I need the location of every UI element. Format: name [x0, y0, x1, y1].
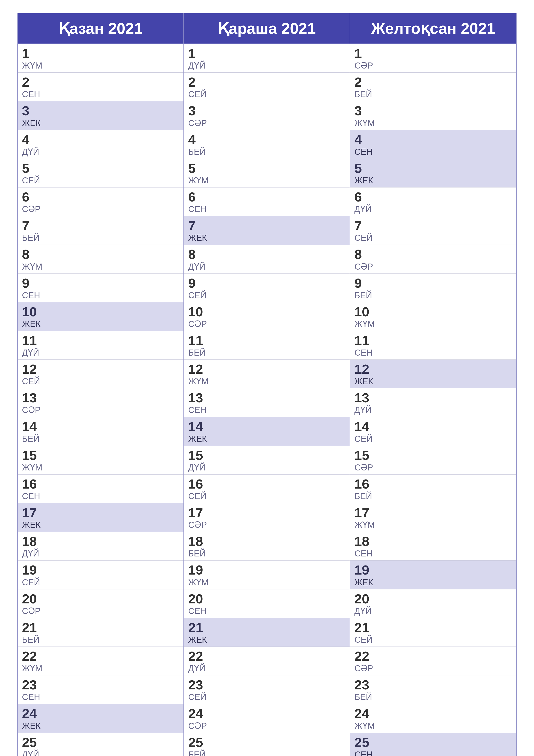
day-row: 19СЕЙ	[18, 560, 184, 589]
day-row: 11БЕЙ	[184, 331, 350, 360]
day-row: 15ЖҮМ	[18, 446, 184, 474]
day-name: СЕЙ	[188, 692, 345, 702]
day-row: 6СӘР	[18, 187, 184, 216]
day-name: ДҮЙ	[22, 750, 179, 756]
day-number: 12	[188, 362, 345, 376]
day-number: 7	[22, 218, 179, 233]
day-name: ДҮЙ	[188, 463, 345, 472]
day-name: БЕЙ	[188, 348, 345, 357]
day-number: 6	[188, 190, 345, 204]
day-name: ЖҮМ	[22, 463, 179, 472]
day-number: 23	[188, 678, 345, 692]
day-number: 22	[22, 649, 179, 663]
day-row: 7СЕЙ	[350, 216, 516, 245]
day-number: 21	[188, 620, 345, 635]
day-name: ЖЕК	[188, 635, 345, 644]
day-number: 5	[354, 161, 512, 176]
month-header-december: Желтоқсан 2021	[350, 14, 516, 44]
day-number: 16	[22, 477, 179, 491]
day-number: 18	[22, 534, 179, 549]
day-number: 1	[188, 46, 345, 61]
day-number: 4	[188, 132, 345, 147]
day-name: ДҮЙ	[188, 61, 345, 70]
day-number: 25	[354, 735, 512, 750]
day-name: СӘР	[22, 405, 179, 415]
day-number: 17	[354, 505, 512, 520]
day-name: ЖЕК	[354, 176, 512, 185]
day-row: 3ЖҮМ	[350, 101, 516, 130]
day-name: СӘР	[188, 118, 345, 128]
day-name: ЖЕК	[22, 721, 179, 731]
day-name: БЕЙ	[354, 90, 512, 99]
day-number: 9	[354, 276, 512, 290]
day-row: 24СӘР	[184, 704, 350, 733]
day-number: 20	[354, 592, 512, 606]
day-name: СЕЙ	[188, 290, 345, 300]
day-row: 3ЖЕК	[18, 101, 184, 130]
day-name: ЖҮМ	[188, 376, 345, 386]
day-row: 1ДҮЙ	[184, 44, 350, 73]
day-name: СЕЙ	[22, 578, 179, 587]
day-number: 6	[22, 190, 179, 204]
day-name: ДҮЙ	[354, 204, 512, 214]
day-name: ЖЕК	[354, 376, 512, 386]
day-name: БЕЙ	[188, 147, 345, 156]
day-row: 24ЖҮМ	[350, 704, 516, 733]
day-number: 2	[188, 75, 345, 90]
day-row: 20СЕН	[184, 589, 350, 618]
day-name: БЕЙ	[188, 750, 345, 756]
day-row: 10СӘР	[184, 302, 350, 331]
day-row: 14БЕЙ	[18, 417, 184, 446]
day-name: СӘР	[354, 61, 512, 70]
day-row: 7ЖЕК	[184, 216, 350, 245]
day-number: 6	[354, 190, 512, 204]
day-name: БЕЙ	[22, 434, 179, 444]
day-number: 11	[188, 333, 345, 348]
day-name: ЖЕК	[188, 434, 345, 444]
month-col-october: Қазан 20211ЖҮМ2СЕН3ЖЕК4ДҮЙ5СЕЙ6СӘР7БЕЙ8Ж…	[18, 14, 184, 756]
day-row: 24ЖЕК	[18, 704, 184, 733]
day-number: 23	[354, 678, 512, 692]
month-header-november: Қараша 2021	[184, 14, 350, 44]
day-row: 25БЕЙ	[184, 733, 350, 756]
day-number: 18	[188, 534, 345, 549]
day-number: 1	[354, 46, 512, 61]
day-number: 21	[22, 620, 179, 635]
day-number: 3	[22, 103, 179, 118]
day-row: 21БЕЙ	[18, 618, 184, 647]
day-row: 18ДҮЙ	[18, 532, 184, 560]
month-header-october: Қазан 2021	[18, 14, 184, 44]
day-number: 12	[22, 362, 179, 376]
day-row: 21ЖЕК	[184, 618, 350, 647]
day-number: 4	[354, 132, 512, 147]
day-number: 22	[354, 649, 512, 663]
day-name: ЖЕК	[22, 118, 179, 128]
day-name: СЕН	[188, 606, 345, 616]
day-row: 8ЖҮМ	[18, 245, 184, 274]
day-row: 23СЕЙ	[184, 675, 350, 704]
day-name: ДҮЙ	[188, 663, 345, 673]
day-row: 9СЕН	[18, 274, 184, 302]
day-row: 22СӘР	[350, 647, 516, 675]
day-name: ДҮЙ	[22, 348, 179, 357]
day-name: СӘР	[354, 663, 512, 673]
day-row: 3СӘР	[184, 101, 350, 130]
day-name: ЖҮМ	[188, 578, 345, 587]
day-number: 15	[188, 448, 345, 463]
day-number: 16	[354, 477, 512, 491]
day-number: 14	[354, 419, 512, 434]
day-number: 8	[22, 247, 179, 262]
day-name: ЖЕК	[22, 319, 179, 329]
day-number: 20	[188, 592, 345, 606]
day-row: 4СЕН	[350, 130, 516, 159]
day-row: 17ЖЕК	[18, 503, 184, 532]
day-row: 13СӘР	[18, 388, 184, 417]
day-row: 14ЖЕК	[184, 417, 350, 446]
day-row: 6ДҮЙ	[350, 187, 516, 216]
day-name: СӘР	[188, 319, 345, 329]
day-row: 20СӘР	[18, 589, 184, 618]
day-row: 19ЖЕК	[350, 560, 516, 589]
day-name: БЕЙ	[22, 635, 179, 644]
day-number: 20	[22, 592, 179, 606]
day-name: СЕЙ	[22, 176, 179, 185]
